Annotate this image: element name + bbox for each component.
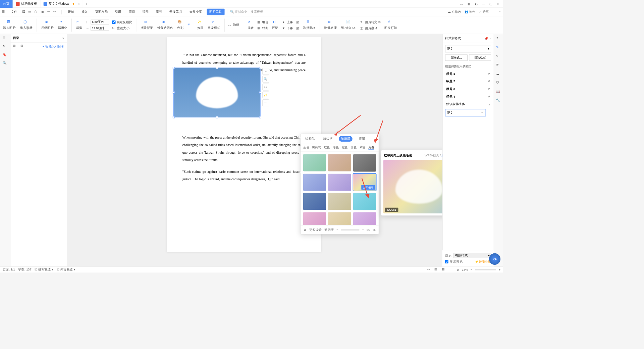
search-command[interactable]: 🔍 查找命令、搜索模板 — [228, 9, 265, 14]
show-preview-checkbox[interactable] — [445, 260, 448, 263]
mask-thumb[interactable] — [328, 154, 351, 171]
paragraph[interactable]: When meeting with the press at the globa… — [182, 134, 306, 164]
undo-icon[interactable]: ↶ — [47, 10, 52, 14]
page-indicator[interactable]: 页面: 1/1 — [3, 267, 15, 272]
mask-thumb[interactable] — [303, 193, 326, 210]
mask-thumb[interactable] — [328, 193, 351, 210]
style-h4[interactable]: 标题 4↵ — [445, 93, 491, 101]
plus-icon[interactable]: + — [362, 228, 364, 232]
pic-translate[interactable]: 文图片翻译 — [360, 25, 381, 31]
minus-icon[interactable]: − — [336, 228, 338, 232]
mask-thumb[interactable] — [303, 212, 326, 225]
menu-dev[interactable]: 开发工具 — [167, 9, 185, 15]
outline-mode-icon[interactable]: ☰ — [449, 267, 454, 272]
track-changes[interactable]: ☁ 有修改 — [448, 10, 461, 14]
selection-pane[interactable]: ☰选择窗格 — [302, 19, 317, 31]
pic-print-button[interactable]: ⎙图片打印 — [383, 19, 398, 31]
expand-icon[interactable]: ⊞ — [13, 44, 18, 48]
view-mode-icon[interactable]: ▭ — [427, 267, 432, 272]
menu-layout[interactable]: 页面布局 — [93, 9, 110, 15]
menu-view[interactable]: 视图 — [140, 9, 151, 15]
sync-icon[interactable]: ⟳ — [496, 63, 501, 68]
clarity-button[interactable]: ✦清晰化 — [57, 19, 68, 31]
content-check[interactable]: ☑ 内容检查 ▾ — [57, 267, 75, 272]
crop-button[interactable]: ✂裁剪 — [75, 19, 83, 31]
width-input[interactable] — [91, 19, 109, 24]
color-free[interactable]: 免费 — [368, 146, 374, 150]
color-green[interactable]: 绿色 — [333, 146, 338, 150]
use-now-badge[interactable]: 立即使用 — [361, 185, 375, 190]
menu-picture-tools[interactable]: 图片工具 — [207, 9, 224, 15]
zoom-out-icon[interactable]: − — [471, 268, 472, 271]
cursor-icon[interactable]: ↖ — [496, 54, 501, 59]
menu-review[interactable]: 审阅 — [126, 9, 138, 15]
more-settings[interactable]: 更多设置 — [309, 228, 322, 232]
mask-thumb[interactable] — [353, 212, 376, 225]
tab-add[interactable]: + — [83, 2, 90, 6]
user-icon[interactable]: ◐ — [475, 2, 479, 6]
opacity-slider[interactable] — [341, 229, 359, 230]
brightness-button[interactable]: ☀ — [186, 22, 194, 28]
share-button[interactable]: ↗ 分享 — [479, 10, 489, 14]
transparency-button[interactable]: ◐设置透明色 — [156, 19, 174, 31]
color-purple[interactable]: 紫色 — [360, 146, 365, 150]
minimize-icon[interactable]: — — [482, 2, 486, 6]
color-orange[interactable]: 橙色 — [342, 146, 347, 150]
style-float-icon[interactable]: ✨ — [262, 92, 269, 98]
selected-image[interactable]: ≡ 🔍 ✂ ✨ ⋯ — [173, 68, 260, 117]
menu-start[interactable]: 开始 — [65, 9, 77, 15]
search-icon[interactable]: 🔍 — [3, 61, 7, 66]
mask-thumb-selected[interactable]: 立即使用 — [353, 174, 376, 191]
maximize-icon[interactable]: ▢ — [489, 2, 493, 6]
close-window-icon[interactable]: × — [497, 2, 500, 6]
smart-outline[interactable]: ● 智能识别目录 — [43, 44, 64, 48]
clear-format-button[interactable]: 清除格式 — [469, 55, 491, 61]
collapse-icon[interactable]: ⊟ — [20, 44, 25, 48]
speed-badge[interactable]: 74 — [489, 253, 500, 265]
web-mode-icon[interactable]: ▦ — [442, 267, 446, 272]
mask-thumb[interactable] — [353, 154, 376, 171]
reset-style-button[interactable]: ↻重设样式 — [207, 19, 221, 31]
add-picture-button[interactable]: 🖼添加图片 — [2, 19, 17, 31]
compress-button[interactable]: ▣压缩图片 — [40, 19, 55, 31]
close-icon[interactable]: × — [78, 2, 79, 6]
bring-forward[interactable]: ▲上移一层 — [281, 19, 300, 24]
pin-icon[interactable]: 📌 × — [484, 37, 491, 40]
new-style-button[interactable]: 新样式... — [445, 55, 467, 61]
style-default-font[interactable]: 默认段落字体a — [445, 100, 491, 108]
mask-thumb[interactable] — [303, 174, 326, 191]
save-icon[interactable]: 🖫 — [22, 10, 26, 14]
batch-button[interactable]: ▦批量处理 — [323, 19, 338, 31]
pic-to-text[interactable]: T图片转文字 — [360, 19, 381, 24]
align-button[interactable]: ⊞对齐 — [257, 25, 269, 31]
color-bw[interactable]: 黑白灰 — [312, 146, 321, 150]
menu-insert[interactable]: 插入 — [79, 9, 90, 15]
to-pdf-button[interactable]: 📄图片转PDF — [340, 19, 358, 31]
menu-member[interactable]: 会员专享 — [187, 9, 205, 15]
height-input[interactable] — [91, 26, 109, 31]
layout-options-icon[interactable]: ≡ — [262, 68, 269, 74]
nav-icon[interactable]: ↻ — [3, 45, 7, 49]
read-mode-icon[interactable]: ▤ — [434, 267, 439, 272]
color-blue[interactable]: 蓝色 — [303, 146, 309, 150]
color-red[interactable]: 红色 — [324, 146, 330, 150]
insert-shape-button[interactable]: ◯插入形状 — [19, 19, 34, 31]
format-icon[interactable]: ✎ — [496, 45, 501, 50]
tab-similar[interactable]: 找相似 — [303, 136, 317, 141]
style-body-select[interactable]: 正文↵ — [445, 109, 486, 116]
spell-check[interactable]: ☑ 拼写检查 ▾ — [35, 267, 53, 272]
grid-icon[interactable]: ▦ — [468, 2, 471, 6]
rotate-button[interactable]: ⟳旋转 — [246, 19, 255, 31]
layout-icon[interactable]: ▭ — [460, 2, 464, 6]
book-icon[interactable]: 📖 — [496, 90, 501, 94]
collab-button[interactable]: 👥 协作 — [465, 10, 476, 14]
mask-thumb[interactable] — [353, 193, 376, 210]
document-area[interactable]: It is not the Chinese mainland, but the … — [67, 34, 442, 266]
menu-section[interactable]: 章节 — [153, 9, 165, 15]
style-h2[interactable]: 标题 2↵ — [445, 78, 491, 85]
smart-layout[interactable]: ⚡智能排版 — [475, 259, 491, 264]
hamburger-icon[interactable]: ☰ — [2, 10, 6, 14]
zoom-in-icon[interactable]: + — [499, 268, 500, 271]
close-panel-icon[interactable]: × — [62, 36, 64, 40]
menu-file[interactable]: 文件 — [8, 9, 20, 15]
